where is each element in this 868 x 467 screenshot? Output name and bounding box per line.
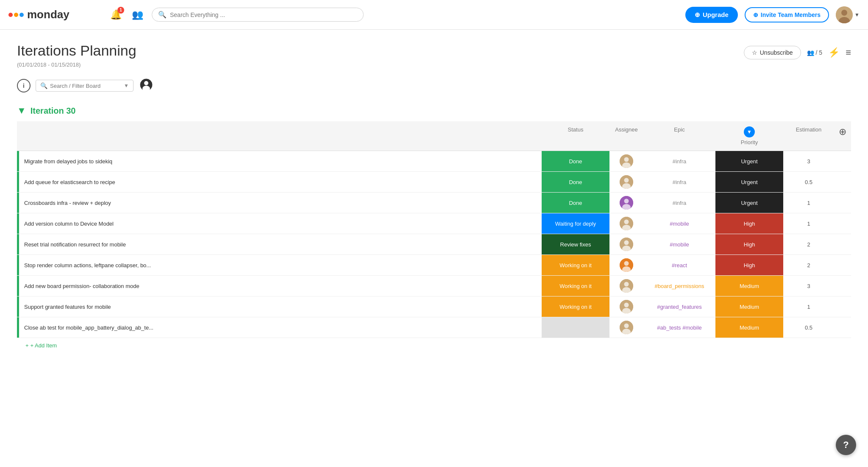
table-header: Status Assignee Epic ▼ Priority Estimati… — [17, 121, 851, 151]
status-badge-5: Review fixes — [542, 234, 609, 254]
status-badge-8: Working on it — [542, 296, 609, 317]
cell-options-9 — [834, 317, 851, 338]
cell-task-9[interactable]: Close ab test for mobile_app_battery_dia… — [17, 317, 542, 338]
activity-button[interactable]: ⚡ — [828, 47, 840, 58]
cell-assignee-3[interactable] — [609, 193, 643, 213]
col-header-assignee: Assignee — [609, 125, 643, 147]
assignee-avatar-4 — [620, 217, 633, 230]
cell-priority-8[interactable]: Medium — [715, 296, 783, 317]
search-input[interactable] — [170, 11, 357, 18]
cell-task-8[interactable]: Support granted features for mobile — [17, 296, 542, 317]
table-row: Crossboards infra - review + deploy Done… — [17, 193, 851, 213]
cell-epic-6[interactable]: #react — [643, 255, 715, 275]
cell-epic-1[interactable]: #infra — [643, 151, 715, 171]
cell-assignee-9[interactable] — [609, 317, 643, 338]
user-avatar-container[interactable]: ▼ — [836, 6, 860, 23]
cell-status-6[interactable]: Working on it — [542, 255, 609, 275]
cell-status-7[interactable]: Working on it — [542, 276, 609, 296]
page-title: Iterations Planning — [17, 42, 136, 59]
cell-status-3[interactable]: Done — [542, 193, 609, 213]
cell-epic-9[interactable]: #ab_tests #mobile — [643, 317, 715, 338]
cell-status-9[interactable] — [542, 317, 609, 338]
cell-assignee-1[interactable] — [609, 151, 643, 171]
cell-priority-1[interactable]: Urgent — [715, 151, 783, 171]
estimation-value-3: 1 — [807, 200, 810, 206]
priority-badge-6: High — [715, 255, 783, 275]
cell-task-5[interactable]: Reset trial notification resurrect for m… — [17, 234, 542, 254]
status-badge-3: Done — [542, 193, 609, 213]
cell-epic-3[interactable]: #infra — [643, 193, 715, 213]
page-content: Iterations Planning (01/01/2018 - 01/15/… — [0, 30, 868, 361]
cell-status-2[interactable]: Done — [542, 172, 609, 192]
table-row: Support granted features for mobile Work… — [17, 296, 851, 317]
search-icon: 🔍 — [158, 11, 167, 19]
priority-badge-5: High — [715, 234, 783, 254]
priority-sort-button[interactable]: ▼ — [744, 126, 755, 137]
cell-priority-7[interactable]: Medium — [715, 276, 783, 296]
user-filter-button[interactable] — [139, 78, 154, 93]
cell-status-4[interactable]: Waiting for deply — [542, 213, 609, 234]
cell-assignee-8[interactable] — [609, 296, 643, 317]
epic-tag-1: #infra — [673, 158, 687, 165]
cell-priority-9[interactable]: Medium — [715, 317, 783, 338]
cell-task-7[interactable]: Add new board permission- collaboration … — [17, 276, 542, 296]
page-toolbar: i 🔍 ▼ — [17, 78, 851, 93]
upgrade-button[interactable]: ⊕ Upgrade — [685, 7, 738, 23]
cell-priority-6[interactable]: High — [715, 255, 783, 275]
logo-dot-orange — [14, 13, 18, 17]
cell-estimation-1: 3 — [783, 151, 834, 171]
cell-assignee-4[interactable] — [609, 213, 643, 234]
filter-input[interactable] — [50, 83, 121, 89]
table-rows: Migrate from delayed jobs to sidekiq Don… — [17, 151, 851, 338]
cell-task-3[interactable]: Crossboards infra - review + deploy — [17, 193, 542, 213]
invite-button[interactable]: ⊕ Invite Team Members — [745, 7, 829, 22]
task-name-5: Reset trial notification resurrect for m… — [19, 241, 542, 248]
cell-task-6[interactable]: Stop render column actions, leftpane col… — [17, 255, 542, 275]
filter-dropdown-icon[interactable]: ▼ — [124, 83, 129, 89]
svg-point-28 — [624, 303, 629, 308]
cell-epic-8[interactable]: #granted_features — [643, 296, 715, 317]
cell-estimation-2: 0.5 — [783, 172, 834, 192]
group-toggle-icon[interactable]: ▼ — [17, 105, 26, 116]
group-title[interactable]: Iteration 30 — [31, 106, 76, 116]
epic-tag-2: #infra — [673, 179, 687, 185]
cell-assignee-7[interactable] — [609, 276, 643, 296]
add-item-row: + + Add Item — [17, 338, 851, 353]
cell-priority-2[interactable]: Urgent — [715, 172, 783, 192]
cell-epic-7[interactable]: #board_permissions — [643, 276, 715, 296]
table-row: Close ab test for mobile_app_battery_dia… — [17, 317, 851, 338]
task-name-9: Close ab test for mobile_app_battery_dia… — [19, 324, 542, 331]
status-badge-6: Working on it — [542, 255, 609, 275]
svg-point-13 — [624, 199, 629, 204]
cell-task-4[interactable]: Add version column to Device Model — [17, 213, 542, 234]
cell-assignee-6[interactable] — [609, 255, 643, 275]
status-badge-2: Done — [542, 172, 609, 192]
add-column-button[interactable]: ⊕ — [839, 126, 846, 137]
cell-priority-3[interactable]: Urgent — [715, 193, 783, 213]
cell-assignee-2[interactable] — [609, 172, 643, 192]
epic-tag-4: #mobile — [670, 221, 689, 227]
cell-priority-5[interactable]: High — [715, 234, 783, 254]
cell-status-5[interactable]: Review fixes — [542, 234, 609, 254]
cell-priority-4[interactable]: High — [715, 213, 783, 234]
col-header-estimation: Estimation — [783, 125, 834, 147]
cell-epic-4[interactable]: #mobile — [643, 213, 715, 234]
cell-assignee-5[interactable] — [609, 234, 643, 254]
menu-button[interactable]: ≡ — [846, 47, 851, 58]
info-button[interactable]: i — [17, 79, 31, 92]
people-button[interactable]: 👥 — [130, 8, 145, 22]
logo-icon — [8, 13, 24, 17]
task-name-6: Stop render column actions, leftpane col… — [19, 262, 542, 268]
cell-status-8[interactable]: Working on it — [542, 296, 609, 317]
cell-epic-2[interactable]: #infra — [643, 172, 715, 192]
cell-task-2[interactable]: Add queue for elasticsearch to recipe — [17, 172, 542, 192]
notifications-button[interactable]: 🔔 1 — [108, 8, 123, 22]
epic-tag-6: #react — [672, 262, 687, 268]
avatar-chevron-icon: ▼ — [854, 12, 860, 18]
subscribe-button[interactable]: ☆ Unsubscribe — [744, 46, 801, 59]
add-item-button[interactable]: + + Add Item — [17, 340, 57, 351]
cell-epic-5[interactable]: #mobile — [643, 234, 715, 254]
cell-status-1[interactable]: Done — [542, 151, 609, 171]
epic-tag-5: #mobile — [670, 241, 689, 248]
cell-task-1[interactable]: Migrate from delayed jobs to sidekiq — [17, 151, 542, 171]
